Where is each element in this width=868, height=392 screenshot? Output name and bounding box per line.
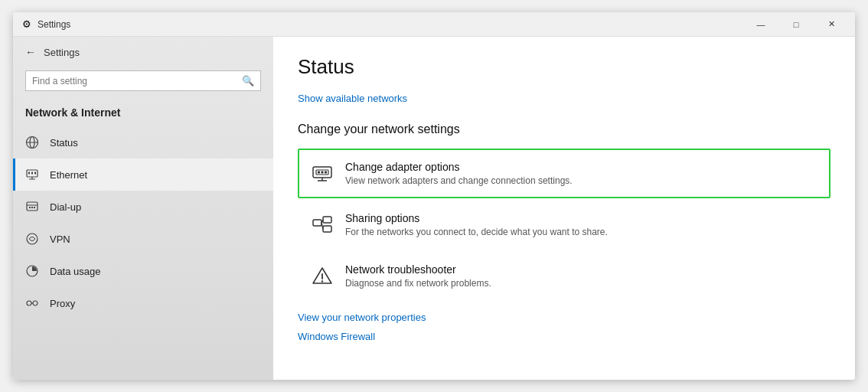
svg-rect-8	[34, 172, 36, 175]
adapter-card-title: Change adapter options	[345, 161, 817, 173]
sharing-card-content: Sharing options For the networks you con…	[345, 212, 817, 237]
sharing-card-desc: For the networks you connect to, decide …	[345, 227, 817, 237]
sidebar-item-ethernet[interactable]: Ethernet	[13, 158, 273, 191]
svg-rect-27	[323, 217, 331, 223]
ethernet-icon	[25, 168, 39, 181]
back-arrow-icon: ←	[25, 46, 36, 58]
change-settings-title: Change your network settings	[298, 122, 830, 136]
svg-rect-12	[31, 207, 33, 208]
svg-rect-6	[28, 172, 30, 175]
sidebar-nav: Status Ethernet	[13, 126, 273, 380]
proxy-icon	[25, 296, 39, 310]
svg-rect-7	[31, 172, 33, 175]
show-available-networks-link[interactable]: Show available networks	[298, 93, 407, 104]
page-title: Status	[298, 55, 830, 79]
sidebar-section-title: Network & Internet	[13, 100, 273, 126]
svg-point-14	[27, 234, 38, 244]
title-bar: ⚙ Settings — □ ✕	[13, 12, 855, 37]
sidebar-item-status-label: Status	[50, 137, 78, 149]
view-network-properties-link[interactable]: View your network properties	[298, 312, 830, 323]
change-adapter-card[interactable]: Change adapter options View network adap…	[298, 149, 830, 198]
main-content: Status Show available networks Change yo…	[273, 37, 855, 380]
adapter-card-desc: View network adapters and change connect…	[345, 175, 817, 186]
dialup-icon	[25, 200, 39, 214]
back-button[interactable]: ← Settings	[13, 37, 273, 67]
sidebar-item-ethernet-label: Ethernet	[50, 169, 87, 181]
troubleshooter-card-content: Network troubleshooter Diagnose and fix …	[345, 263, 817, 289]
title-bar-controls: — □ ✕	[743, 12, 849, 37]
svg-rect-11	[29, 207, 31, 208]
adapter-card-content: Change adapter options View network adap…	[345, 161, 817, 186]
svg-rect-26	[313, 220, 321, 226]
sidebar-item-proxy-label: Proxy	[50, 298, 75, 309]
settings-window: ⚙ Settings — □ ✕ ← Settings 🔍 Network & …	[13, 12, 855, 380]
troubleshooter-card-desc: Diagnose and fix network problems.	[345, 278, 817, 289]
troubleshooter-card[interactable]: Network troubleshooter Diagnose and fix …	[298, 251, 830, 301]
sharing-card-title: Sharing options	[345, 212, 817, 224]
datausage-icon	[25, 264, 39, 278]
sharing-options-card[interactable]: Sharing options For the networks you con…	[298, 200, 830, 250]
svg-rect-28	[323, 226, 331, 232]
sidebar-item-dialup-label: Dial-up	[50, 201, 81, 213]
minimize-button[interactable]: —	[743, 12, 778, 37]
svg-point-16	[27, 301, 31, 305]
svg-point-32	[321, 280, 323, 282]
maximize-button[interactable]: □	[778, 12, 814, 37]
svg-rect-13	[34, 207, 35, 208]
svg-rect-9	[27, 202, 38, 211]
svg-rect-23	[318, 172, 320, 174]
sidebar-item-dialup[interactable]: Dial-up	[13, 191, 273, 223]
title-bar-left: ⚙ Settings	[22, 18, 70, 30]
troubleshoot-icon	[312, 265, 333, 286]
sidebar-item-datausage-label: Data usage	[50, 266, 101, 277]
windows-firewall-link[interactable]: Windows Firewall	[298, 331, 375, 342]
search-icon: 🔍	[242, 75, 254, 87]
svg-rect-25	[325, 172, 327, 174]
adapter-icon	[312, 162, 333, 184]
sidebar-back-title: Settings	[44, 47, 80, 58]
troubleshooter-card-title: Network troubleshooter	[345, 263, 817, 276]
content-area: ← Settings 🔍 Network & Internet	[13, 37, 855, 380]
settings-gear-icon: ⚙	[22, 18, 31, 30]
sharing-icon	[312, 214, 333, 235]
sidebar-item-vpn-label: VPN	[50, 234, 70, 245]
sidebar-item-datausage[interactable]: Data usage	[13, 255, 273, 287]
close-button[interactable]: ✕	[814, 12, 849, 37]
search-input[interactable]	[32, 76, 237, 87]
sidebar: ← Settings 🔍 Network & Internet	[13, 37, 273, 380]
search-box[interactable]: 🔍	[25, 70, 261, 91]
sidebar-item-proxy[interactable]: Proxy	[13, 287, 273, 319]
svg-point-17	[33, 301, 38, 305]
sidebar-item-vpn[interactable]: VPN	[13, 223, 273, 255]
globe-icon	[25, 136, 39, 149]
vpn-icon	[25, 232, 39, 246]
svg-rect-24	[321, 172, 324, 174]
title-bar-title: Settings	[38, 19, 70, 30]
sidebar-item-status[interactable]: Status	[13, 126, 273, 158]
